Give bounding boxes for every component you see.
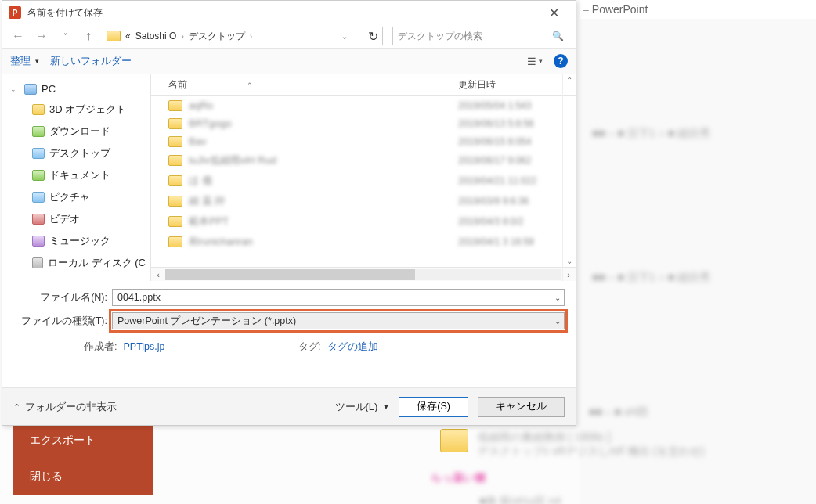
- bg-blur-text: デスクトップc vRデジスしmF 種出 (を交わせ): [478, 445, 704, 459]
- tools-menu[interactable]: ツール(L)▼: [335, 400, 390, 414]
- cancel-button[interactable]: キャンセル: [478, 397, 565, 417]
- refresh-button[interactable]: ↻: [363, 27, 383, 45]
- powerpoint-icon: P: [9, 6, 21, 19]
- help-button[interactable]: ?: [554, 54, 568, 68]
- export-menu-item[interactable]: エクスポート: [13, 423, 153, 459]
- file-date: 2019/04/1 3 16:59: [458, 236, 576, 247]
- file-row[interactable]: BRTgogo2019/06/13 5:8:56: [151, 114, 576, 132]
- file-name: 範本PPT: [189, 214, 458, 229]
- save-as-dialog: P 名前を付けて保存 ✕ ← → ˅ ↑ « Satoshi O › デスクトッ…: [2, 0, 576, 426]
- nav-bar: ← → ˅ ↑ « Satoshi O › デスクトップ › ⌄ ↻ デスクトッ…: [2, 24, 576, 48]
- file-date: 2019/06/13 5:8:56: [458, 118, 576, 129]
- view-options-button[interactable]: ☰ ▾: [527, 56, 543, 67]
- folder-icon: [32, 104, 45, 115]
- author-label: 作成者:: [84, 341, 117, 352]
- column-date[interactable]: 更新日時: [458, 78, 576, 92]
- chevron-down-icon[interactable]: ⌄: [554, 317, 561, 326]
- chevron-down-icon: ▾: [35, 57, 39, 65]
- folder-icon: [168, 175, 182, 186]
- tree-3d-objects[interactable]: 3D オブジェクト: [2, 99, 150, 121]
- folder-icon: [32, 170, 45, 181]
- file-name: aqRo: [189, 99, 458, 111]
- scroll-left-icon[interactable]: ‹: [151, 270, 165, 279]
- folder-icon: [168, 100, 182, 111]
- folder-icon: [168, 236, 182, 247]
- titlebar: P 名前を付けて保存 ✕: [2, 1, 576, 24]
- close-button[interactable]: ✕: [538, 2, 569, 23]
- folder-icon: [32, 192, 45, 203]
- view-icon: ☰: [527, 56, 536, 67]
- recent-dropdown[interactable]: ˅: [56, 27, 74, 45]
- file-row[interactable]: 和runichanran2019/04/1 3 16:59: [151, 232, 576, 252]
- column-name[interactable]: 名前⌃: [168, 78, 458, 92]
- tree-desktop[interactable]: デスクトップ: [2, 142, 150, 164]
- file-row[interactable]: 範本PPT2019/04/3 8:0/2: [151, 211, 576, 232]
- dash-icon: –: [583, 3, 589, 16]
- tag-label: タグ:: [298, 341, 321, 352]
- search-input[interactable]: デスクトップの検索 🔍: [392, 27, 569, 45]
- file-date: 2019/03/9 9:6:36: [458, 196, 576, 207]
- filename-input[interactable]: 0041.pptx ⌄: [112, 289, 565, 306]
- back-button[interactable]: ←: [9, 27, 27, 45]
- file-name: BRTgogo: [189, 117, 458, 129]
- close-menu-item[interactable]: 閉じる: [13, 459, 153, 495]
- hide-folders-toggle[interactable]: フォルダーの非表示: [13, 400, 117, 414]
- new-folder-button[interactable]: 新しいフォルダー: [50, 54, 132, 68]
- folder-icon: [168, 118, 182, 129]
- path-seg: «: [125, 31, 131, 41]
- pc-icon: [24, 84, 37, 95]
- tag-add[interactable]: タグの追加: [327, 341, 378, 352]
- path-seg[interactable]: デスクトップ: [189, 30, 245, 43]
- file-date: 2019/06/15 8:054: [458, 136, 576, 147]
- author-value[interactable]: PPTips.jp: [123, 341, 164, 352]
- save-button[interactable]: 保存(S): [399, 397, 468, 417]
- up-button[interactable]: ↑: [79, 27, 98, 45]
- chevron-right-icon: ›: [181, 32, 183, 41]
- file-name: 和runichanran: [189, 235, 458, 249]
- organize-button[interactable]: 整理 ▾: [10, 54, 39, 68]
- tree-documents[interactable]: ドキュメント: [2, 164, 150, 186]
- nav-tree: ⌄PC 3D オブジェクト ダウンロード デスクトップ ドキュメント ピクチャ …: [2, 74, 151, 281]
- dialog-footer: フォルダーの非表示 ツール(L)▼ 保存(S) キャンセル: [2, 387, 576, 425]
- file-list: ⌃⌄ 名前⌃ 更新日時 aqRo2019/05/04 1:543BRTgogo2…: [151, 74, 576, 281]
- folder-icon: [440, 429, 468, 452]
- horizontal-scrollbar[interactable]: ‹ ›: [151, 267, 576, 281]
- column-headers: 名前⌃ 更新日時: [151, 74, 576, 96]
- toolbar: 整理 ▾ 新しいフォルダー ☰ ▾ ?: [2, 48, 576, 74]
- tree-downloads[interactable]: ダウンロード: [2, 121, 150, 142]
- file-date: 2019/04/21 11:022: [458, 175, 576, 186]
- bg-blur-text: 低細雨の裏細胞側 [ 1906c ]: [478, 430, 611, 445]
- folder-icon: [168, 136, 182, 147]
- tree-pictures[interactable]: ピクチャ: [2, 186, 150, 208]
- file-row[interactable]: 細 薬 抑2019/03/9 9:6:36: [151, 191, 576, 211]
- chevron-right-icon: ›: [250, 32, 252, 41]
- file-row[interactable]: tuJiv低細雨viH Rud2019/06/17 9:062: [151, 150, 576, 171]
- filetype-select[interactable]: PowerPoint プレゼンテーション (*.pptx) ⌄: [112, 312, 565, 329]
- file-name: tuJiv低細雨viH Rud: [189, 153, 458, 167]
- folder-icon: [168, 196, 182, 207]
- search-placeholder: デスクトップの検索: [398, 30, 482, 43]
- tree-localdisk[interactable]: ローカル ディスク (C: [2, 252, 150, 274]
- bg-blur-text: ■■ – ■ 日下1 ○ ■ 細目秀: [592, 127, 710, 141]
- path-seg[interactable]: Satoshi O: [135, 31, 177, 41]
- chevron-down-icon: ▼: [382, 403, 389, 411]
- tree-videos[interactable]: ビデオ: [2, 208, 150, 230]
- dialog-title: 名前を付けて保存: [27, 6, 103, 20]
- folder-icon: [32, 126, 45, 137]
- bg-sidebar: エクスポート 閉じる: [13, 423, 153, 495]
- address-bar[interactable]: « Satoshi O › デスクトップ › ⌄: [103, 27, 356, 45]
- file-date: 2019/04/3 8:0/2: [458, 216, 576, 227]
- file-row[interactable]: aqRo2019/05/04 1:543: [151, 96, 576, 114]
- tree-pc[interactable]: ⌄PC: [2, 79, 150, 99]
- folder-icon: [32, 214, 45, 225]
- chevron-down-icon[interactable]: ⌄: [554, 293, 561, 302]
- forward-button[interactable]: →: [32, 27, 51, 45]
- path-dropdown[interactable]: ⌄: [337, 32, 352, 41]
- tree-music[interactable]: ミュージック: [2, 230, 150, 252]
- bg-blur-text: らっ薬い侧: [431, 471, 486, 485]
- file-row[interactable]: ほ 傷2019/04/21 11:022: [151, 171, 576, 191]
- file-name: ほ 傷: [189, 174, 458, 188]
- filename-label: ファイル名(N):: [13, 291, 112, 304]
- file-row[interactable]: Bav2019/06/15 8:054: [151, 132, 576, 150]
- file-name: 細 薬 抑: [189, 194, 458, 208]
